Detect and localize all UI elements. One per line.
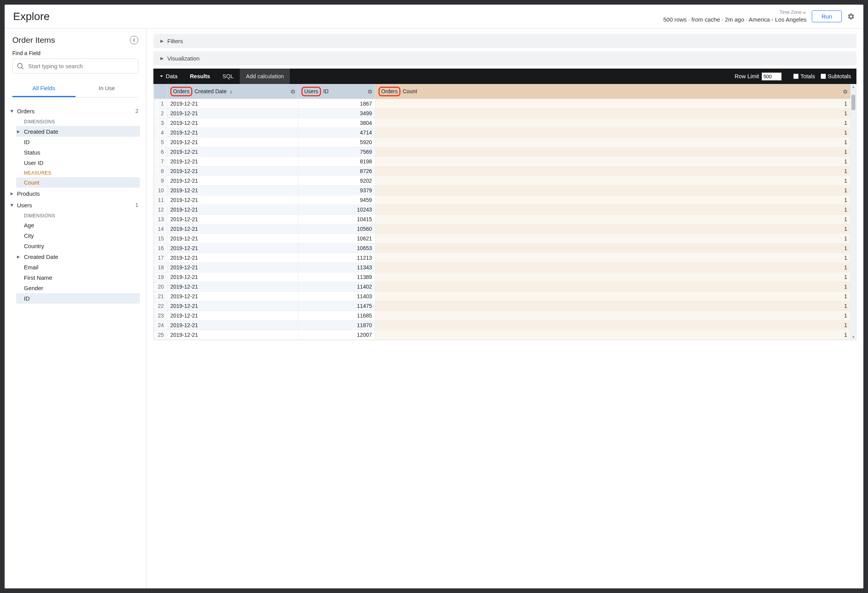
explore-settings-button[interactable] [847,13,855,20]
cell[interactable]: 9379 [298,186,375,195]
column-settings-button[interactable] [843,89,848,94]
cell[interactable]: 2019-12-21 [167,301,298,311]
subtotals-toggle[interactable]: Subtotals [821,73,851,79]
cell[interactable]: 2019-12-21 [167,147,298,157]
cell[interactable]: 1 [375,301,851,311]
cell[interactable]: 2019-12-21 [167,205,298,215]
cell[interactable]: 11402 [298,282,375,292]
cell[interactable]: 2019-12-21 [167,195,298,205]
cell[interactable]: 1 [375,195,851,205]
cell[interactable]: 2019-12-21 [167,282,298,292]
run-button[interactable]: Run [812,10,842,22]
cell[interactable]: 1 [375,186,851,195]
cell[interactable]: 11685 [298,311,375,321]
cell[interactable]: 3499 [298,109,375,118]
cell[interactable]: 1 [375,311,851,321]
cell[interactable]: 2019-12-21 [167,253,298,263]
cell[interactable]: 9459 [298,195,375,205]
cell[interactable]: 1 [375,215,851,224]
cell[interactable]: 10621 [298,234,375,244]
dimension-item[interactable]: ID [16,137,140,147]
results-scrollbar[interactable]: ▲ ▼ [851,84,856,340]
cell[interactable]: 8198 [298,157,375,166]
cell[interactable]: 10653 [298,244,375,253]
totals-toggle[interactable]: Totals [793,73,815,79]
cell[interactable]: 2019-12-21 [167,99,298,109]
cell[interactable]: 2019-12-21 [167,157,298,166]
tab-all-fields[interactable]: All Fields [12,81,76,97]
cell[interactable]: 1 [375,234,851,244]
cell[interactable]: 1 [375,253,851,263]
cell[interactable]: 2019-12-21 [167,292,298,301]
cell[interactable]: 2019-12-21 [167,166,298,176]
tab-in-use[interactable]: In Use [76,81,139,97]
cell[interactable]: 1 [375,109,851,118]
dimension-item[interactable]: User ID [16,158,140,168]
cell[interactable]: 2019-12-21 [167,311,298,321]
view-row-orders[interactable]: ▾Orders2 [5,105,146,117]
cell[interactable]: 2019-12-21 [167,224,298,234]
tab-sql[interactable]: SQL [216,69,240,84]
dimension-item[interactable]: ▸Created Date [16,251,140,262]
cell[interactable]: 1 [375,118,851,128]
cell[interactable]: 1 [375,157,851,166]
field-search-input[interactable] [12,59,138,74]
cell[interactable]: 7569 [298,147,375,157]
cell[interactable]: 2019-12-21 [167,244,298,253]
totals-checkbox[interactable] [793,74,799,79]
cell[interactable]: 11475 [298,301,375,311]
column-header[interactable]: Users ID [298,84,375,99]
cell[interactable]: 12007 [298,330,375,340]
cell[interactable]: 1 [375,321,851,330]
column-settings-button[interactable] [290,89,296,94]
cell[interactable]: 10243 [298,205,375,215]
measure-item[interactable]: Count [16,177,140,188]
cell[interactable]: 1 [375,330,851,340]
dimension-item[interactable]: ▸Created Date [16,126,140,137]
cell[interactable]: 2019-12-21 [167,272,298,282]
cell[interactable]: 2019-12-21 [167,109,298,118]
dimension-item[interactable]: Gender [16,283,140,293]
timezone-dropdown[interactable]: Time Zone [780,10,807,16]
cell[interactable]: 9202 [298,176,375,186]
view-row-users[interactable]: ▾Users1 [5,199,146,211]
dimension-item[interactable]: Country [16,241,140,251]
dimension-item[interactable]: ID [16,293,140,304]
dimension-item[interactable]: Status [16,147,140,158]
cell[interactable]: 1 [375,224,851,234]
cell[interactable]: 2019-12-21 [167,138,298,147]
cell[interactable]: 11389 [298,272,375,282]
row-limit-input[interactable] [762,72,782,81]
field-tree[interactable]: ▾Orders2DIMENSIONS▸Created DateIDStatusU… [5,103,146,588]
visualization-section[interactable]: ▶ Visualization [153,51,856,66]
cell[interactable]: 1 [375,138,851,147]
cell[interactable]: 11343 [298,263,375,272]
scroll-thumb[interactable] [851,95,855,110]
collapse-field-panel-button[interactable] [130,36,138,44]
filters-section[interactable]: ▶ Filters [153,34,856,48]
dimension-item[interactable]: City [16,230,140,241]
add-calculation-button[interactable]: Add calculation [240,69,290,84]
cell[interactable]: 1 [375,166,851,176]
column-settings-button[interactable] [367,89,373,94]
data-section-toggle[interactable]: Data [153,69,184,84]
cell[interactable]: 1 [375,244,851,253]
cell[interactable]: 2019-12-21 [167,215,298,224]
cell[interactable]: 10560 [298,224,375,234]
cell[interactable]: 5920 [298,138,375,147]
cell[interactable]: 11213 [298,253,375,263]
cell[interactable]: 11403 [298,292,375,301]
cell[interactable]: 10415 [298,215,375,224]
cell[interactable]: 1 [375,282,851,292]
cell[interactable]: 2019-12-21 [167,330,298,340]
subtotals-checkbox[interactable] [821,74,826,79]
cell[interactable]: 1 [375,147,851,157]
dimension-item[interactable]: Email [16,262,140,272]
dimension-item[interactable]: First Name [16,272,140,283]
column-header[interactable]: Orders Count [375,84,851,99]
cell[interactable]: 2019-12-21 [167,321,298,330]
cell[interactable]: 3804 [298,118,375,128]
cell[interactable]: 4714 [298,128,375,138]
cell[interactable]: 11870 [298,321,375,330]
cell[interactable]: 2019-12-21 [167,186,298,195]
